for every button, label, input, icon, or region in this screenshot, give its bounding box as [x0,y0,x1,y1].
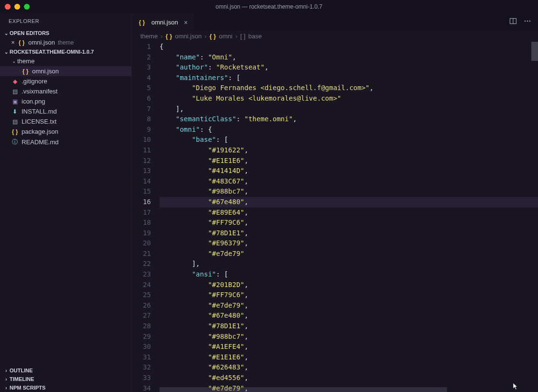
breadcrumb-part[interactable]: omni.json [175,33,202,40]
open-editors-label: OPEN EDITORS [10,30,49,36]
mouse-cursor-icon [512,382,520,390]
tree-file-package-json[interactable]: { }package.json [0,127,131,137]
braces-icon: { } [165,33,172,40]
file-name: README.md [22,138,58,146]
doc-icon: ▤ [11,118,22,125]
tree-file-INSTALL-md[interactable]: ⬇INSTALL.md [0,106,131,116]
npm-label: NPM SCRIPTS [10,385,46,391]
svg-point-4 [529,21,531,22]
brackets-icon: [ ] [240,33,245,40]
file-name: INSTALL.md [22,108,57,115]
tree-file-LICENSE-txt[interactable]: ▤LICENSE.txt [0,116,131,127]
window-title: omni.json — rocketseat.theme-omni-1.0.7 [216,3,322,10]
more-actions-icon[interactable] [524,17,531,27]
chevron-right-icon: › [235,33,237,40]
folder-name: theme [17,58,34,65]
titlebar: omni.json — rocketseat.theme-omni-1.0.7 [0,0,538,13]
svg-point-2 [525,21,526,22]
tree-file--vsixmanifest[interactable]: ▤.vsixmanifest [0,86,131,96]
braces-icon: { } [21,68,32,75]
explorer-title: EXPLORER [0,13,131,29]
split-editor-icon[interactable] [509,17,517,27]
code-content[interactable]: { "name": "Omni", "author": "Rocketseat"… [160,42,538,392]
chevron-down-icon: ⌄ [3,31,10,36]
minimap-scrollbar[interactable] [531,42,538,61]
chevron-down-icon: ⌄ [3,49,10,55]
timeline-header[interactable]: › TIMELINE [0,375,131,383]
chevron-right-icon: › [3,377,10,382]
file-name: .vsixmanifest [22,88,57,95]
project-label: ROCKETSEAT.THEME-OMNI-1.0.7 [10,49,94,55]
tree-file--gitignore[interactable]: ◆.gitignore [0,76,131,86]
close-icon[interactable]: × [9,39,17,46]
image-icon: ▣ [11,98,22,105]
line-gutter: 1234567891011121314151617181920212223242… [132,42,160,392]
code-editor[interactable]: 1234567891011121314151617181920212223242… [132,42,538,392]
tabs-row: { } omni.json × [132,13,538,31]
braces-icon: { } [17,39,26,46]
project-header[interactable]: ⌄ ROCKETSEAT.THEME-OMNI-1.0.7 [0,47,131,56]
tree-file-README-md[interactable]: ⓘREADME.md [0,137,131,148]
window-maximize-button[interactable] [24,4,30,10]
file-name: omni.json [32,68,59,75]
tree-file-icon-png[interactable]: ▣icon.png [0,96,131,106]
git-icon: ◆ [11,78,22,85]
chevron-right-icon: › [160,33,162,40]
open-editor-desc: theme [58,39,74,46]
svg-point-3 [527,21,528,22]
chevron-right-icon: › [3,368,10,373]
sidebar: EXPLORER ⌄ OPEN EDITORS × { } omni.json … [0,13,132,392]
braces-icon: { } [209,33,216,40]
window-close-button[interactable] [5,4,11,10]
window-minimize-button[interactable] [14,4,20,10]
tree-file-omni-json[interactable]: { }omni.json [0,66,131,76]
breadcrumb-part[interactable]: theme [140,33,158,40]
tab-omni-json[interactable]: { } omni.json × [132,13,194,31]
timeline-label: TIMELINE [10,376,34,382]
breadcrumbs[interactable]: theme › { } omni.json › { } omni › [ ] b… [132,31,538,42]
breadcrumb-part[interactable]: omni [219,33,232,40]
chevron-right-icon: › [3,385,10,391]
download-icon: ⬇ [11,108,22,115]
chevron-down-icon: ⌄ [11,58,17,64]
open-editor-filename: omni.json [28,39,55,46]
outline-header[interactable]: › OUTLINE [0,366,131,375]
file-name: package.json [22,128,58,135]
file-name: icon.png [22,98,45,105]
doc-icon: ▤ [11,88,22,95]
file-name: .gitignore [22,78,47,85]
file-name: LICENSE.txt [22,118,57,125]
breadcrumb-part[interactable]: base [248,33,262,40]
editor-area: { } omni.json × theme › { } omni.json › … [132,13,538,392]
tree-folder-theme[interactable]: ⌄ theme [0,56,131,66]
npm-scripts-header[interactable]: › NPM SCRIPTS [0,383,131,392]
info-icon: ⓘ [11,138,22,146]
horizontal-scrollbar[interactable] [160,387,447,392]
open-editors-header[interactable]: ⌄ OPEN EDITORS [0,29,131,37]
open-editor-item[interactable]: × { } omni.json theme [0,37,131,47]
chevron-right-icon: › [205,33,206,40]
close-icon[interactable]: × [184,19,188,26]
outline-label: OUTLINE [10,368,33,373]
braces-icon: { } [11,128,22,135]
tab-label: omni.json [151,19,178,26]
braces-icon: { } [137,19,146,26]
